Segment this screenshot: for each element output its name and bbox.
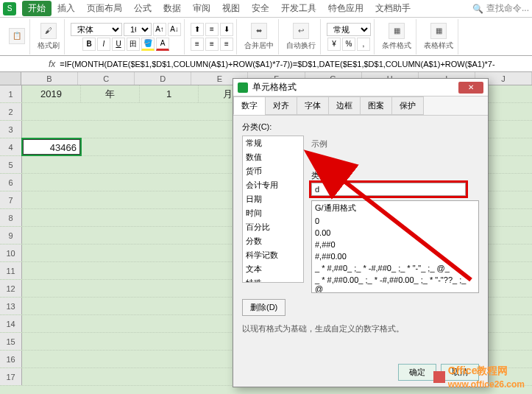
dialog-tab-border[interactable]: 边框: [328, 96, 361, 115]
percent-button[interactable]: %: [342, 38, 355, 51]
font-family-select[interactable]: 宋体: [71, 23, 122, 36]
wrap-button[interactable]: ↩自动换行: [285, 21, 317, 52]
menu-bar: S 开始 插入 页面布局 公式 数据 审阅 视图 安全 开发工具 特色应用 文档…: [0, 0, 532, 18]
row-header[interactable]: 13: [0, 298, 22, 314]
row-header[interactable]: 3: [0, 121, 22, 138]
row-header[interactable]: 4: [0, 138, 22, 155]
category-item[interactable]: 百分比: [243, 220, 303, 234]
dialog-tab-font[interactable]: 字体: [297, 96, 329, 115]
tab-layout[interactable]: 页面布局: [81, 2, 128, 15]
tab-review[interactable]: 审阅: [187, 2, 216, 15]
row-header[interactable]: 9: [0, 227, 22, 244]
align-left-button[interactable]: ≡: [191, 38, 204, 51]
dialog-tab-pattern[interactable]: 图案: [360, 96, 392, 115]
wrap-icon: ↩: [293, 23, 309, 39]
row-header[interactable]: 10: [0, 245, 22, 261]
category-item[interactable]: 分数: [243, 234, 303, 248]
category-item[interactable]: 日期: [243, 192, 303, 206]
tab-formula[interactable]: 公式: [128, 2, 157, 15]
tab-insert[interactable]: 插入: [52, 2, 81, 15]
col-header[interactable]: D: [135, 72, 191, 85]
category-item[interactable]: 数值: [243, 150, 303, 164]
row-header[interactable]: 14: [0, 315, 22, 332]
formula-input[interactable]: =IF(MONTH(DATE($E$1,$D$1,COLUMN(A$1)+ROW…: [60, 60, 532, 68]
row-header[interactable]: 7: [0, 191, 22, 208]
tab-dochelper[interactable]: 文档助手: [369, 2, 416, 15]
table-style-button[interactable]: ▦表格样式: [422, 21, 455, 52]
cell-B1[interactable]: 2019: [22, 85, 81, 102]
delete-button[interactable]: 删除(D): [242, 299, 285, 316]
tab-view[interactable]: 视图: [216, 2, 246, 15]
merge-button[interactable]: ⬌合并居中: [243, 21, 275, 52]
row-header[interactable]: 12: [0, 280, 22, 297]
type-input[interactable]: [311, 183, 466, 196]
category-item[interactable]: 时间: [243, 206, 303, 220]
sample-value: 1: [311, 152, 479, 161]
cell-C1[interactable]: 年: [81, 85, 140, 102]
format-painter-button[interactable]: 🖌格式刷: [36, 21, 61, 52]
category-item[interactable]: 文本: [243, 262, 303, 276]
category-item[interactable]: 货币: [243, 164, 303, 178]
type-option[interactable]: 0: [312, 215, 478, 227]
col-header[interactable]: C: [78, 72, 135, 85]
category-item[interactable]: 特殊: [243, 276, 303, 283]
cond-format-button[interactable]: ▦条件格式: [380, 21, 413, 52]
align-top-button[interactable]: ⬆: [191, 23, 204, 36]
type-option[interactable]: _ * #,##0.00_ ;_ * -#,##0.00_ ;_ * "-"??…: [312, 274, 478, 293]
cond-format-icon: ▦: [389, 23, 405, 39]
type-option[interactable]: #,##0.00: [312, 250, 478, 262]
tab-start[interactable]: 开始: [22, 1, 52, 16]
fill-color-button[interactable]: 🪣: [141, 38, 155, 51]
align-middle-button[interactable]: ≡: [205, 23, 219, 36]
ok-button[interactable]: 确定: [398, 364, 436, 381]
underline-button[interactable]: U: [112, 38, 125, 51]
type-option[interactable]: G/通用格式: [312, 201, 478, 215]
align-right-button[interactable]: ≡: [220, 38, 233, 51]
tab-security[interactable]: 安全: [246, 2, 275, 15]
select-all-corner[interactable]: [0, 72, 21, 85]
number-format-select[interactable]: 常规: [327, 23, 371, 36]
dialog-titlebar[interactable]: 单元格格式 ✕: [233, 79, 488, 96]
bold-button[interactable]: B: [82, 38, 96, 51]
type-option[interactable]: 0.00: [312, 227, 478, 239]
dialog-tab-number[interactable]: 数字: [233, 96, 266, 115]
row-header[interactable]: 11: [0, 262, 22, 279]
fx-icon[interactable]: fx: [44, 59, 60, 69]
type-option[interactable]: _ * #,##0_ ;_ * -#,##0_ ;_ * "-"_ ;_ @_: [312, 262, 478, 274]
dialog-tab-align[interactable]: 对齐: [265, 96, 297, 115]
comma-button[interactable]: ,: [357, 38, 370, 51]
currency-button[interactable]: ¥: [327, 38, 341, 51]
paste-button[interactable]: 📋: [7, 27, 26, 47]
italic-button[interactable]: I: [97, 38, 110, 51]
cell-D1[interactable]: 1: [140, 85, 199, 102]
border-button[interactable]: 田: [127, 38, 140, 51]
font-size-select[interactable]: 16: [124, 23, 152, 36]
row-header[interactable]: 16: [0, 351, 22, 367]
increase-font-button[interactable]: A↑: [153, 23, 166, 36]
align-center-button[interactable]: ≡: [205, 38, 219, 51]
type-option[interactable]: #,##0: [312, 239, 478, 250]
tab-data[interactable]: 数据: [157, 2, 187, 15]
row-header[interactable]: 2: [0, 103, 22, 120]
dialog-close-button[interactable]: ✕: [458, 82, 483, 94]
category-list[interactable]: 常规 数值 货币 会计专用 日期 时间 百分比 分数 科学记数 文本 特殊 自定…: [242, 136, 304, 283]
decrease-font-button[interactable]: A↓: [168, 23, 181, 36]
font-color-button[interactable]: A: [156, 38, 169, 51]
tab-special[interactable]: 特色应用: [322, 2, 369, 15]
type-list[interactable]: G/通用格式 0 0.00 #,##0 #,##0.00 _ * #,##0_ …: [311, 200, 479, 293]
category-item[interactable]: 科学记数: [243, 248, 303, 262]
category-item[interactable]: 会计专用: [243, 178, 303, 192]
row-header[interactable]: 1: [0, 85, 22, 102]
row-header[interactable]: 6: [0, 174, 22, 191]
row-header[interactable]: 17: [0, 368, 22, 385]
tab-dev[interactable]: 开发工具: [275, 2, 322, 15]
dialog-tab-protect[interactable]: 保护: [391, 96, 424, 115]
row-header[interactable]: 5: [0, 156, 22, 173]
cell-B4[interactable]: 43466: [22, 138, 81, 155]
search-box[interactable]: 🔍 查找命令...: [472, 2, 529, 15]
col-header[interactable]: B: [21, 72, 78, 85]
category-item[interactable]: 常规: [243, 136, 303, 150]
row-header[interactable]: 15: [0, 333, 22, 350]
row-header[interactable]: 8: [0, 209, 22, 226]
align-bottom-button[interactable]: ⬇: [220, 23, 233, 36]
